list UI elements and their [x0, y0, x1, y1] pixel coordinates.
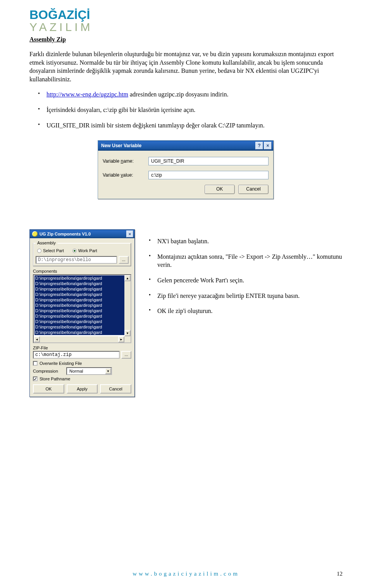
- ok-button[interactable]: OK: [205, 185, 235, 194]
- dialog-ug-zip-components: UG Zip Components V1.0 × Assembly Select…: [29, 229, 135, 397]
- radio-icon: [72, 249, 77, 253]
- bullet-create-zip: OK ile zip'i oluşturun.: [149, 307, 343, 315]
- titlebar: UG Zip Components V1.0 ×: [30, 230, 134, 238]
- bullet-zip-location: Zip file'i nereye yazacağını belirtip EN…: [149, 292, 343, 300]
- bullet-select-work-part: Gelen pencerede Work Part'ı seçin.: [149, 276, 343, 285]
- combo-compression[interactable]: Normal ▼: [66, 367, 112, 375]
- logo-line1: BOĞAZİÇİ: [29, 8, 343, 22]
- input-assembly-path[interactable]: [36, 256, 117, 264]
- checkbox-label: Store Pathname: [40, 377, 71, 381]
- radio-work-part[interactable]: Work Part: [72, 248, 97, 253]
- list-item[interactable]: D:\inprogress\bellona\gardirop\gard: [34, 286, 124, 292]
- list-item[interactable]: D:\inprogress\bellona\gardirop\gard: [34, 313, 124, 319]
- browse-zip-button[interactable]: ...: [121, 351, 131, 359]
- checkbox-icon: [33, 361, 38, 366]
- checkbox-icon: ✓: [33, 377, 38, 381]
- bullet-list-2: NX'i baştan başlatın. Montajınızı açtıkt…: [146, 237, 343, 315]
- list-item[interactable]: D:\inprogress\bellona\gardirop\gard: [34, 297, 124, 303]
- bullet-download: http://www.w-eng.de/ugzipc.htm adresinde…: [38, 90, 343, 99]
- titlebar: New User Variable ? ×: [98, 141, 273, 151]
- ok-button[interactable]: OK: [33, 384, 64, 394]
- scroll-left-icon[interactable]: ◄: [34, 336, 40, 342]
- dialog-body: Variable name: Variable value: OK Cancel: [98, 151, 273, 199]
- label-variable-value: Variable value:: [103, 172, 148, 178]
- listbox-components[interactable]: D:\inprogress\bellona\gardirop\gardD:\in…: [33, 274, 131, 343]
- close-button[interactable]: ×: [264, 142, 272, 150]
- list-item[interactable]: D:\inprogress\bellona\gardirop\gard: [34, 275, 124, 281]
- logo-line2: YAZILIM: [29, 21, 343, 34]
- scroll-up-icon[interactable]: ▲: [124, 275, 131, 281]
- label-compression: Compression: [33, 369, 63, 373]
- titlebar-title: UG Zip Components V1.0: [40, 232, 126, 236]
- cancel-button[interactable]: Cancel: [238, 185, 269, 194]
- label-zip-file: ZIP-File: [33, 346, 131, 350]
- logo: BOĞAZİÇİ YAZILIM: [29, 8, 343, 34]
- input-zip-file[interactable]: [33, 351, 120, 359]
- bullet-list-1: http://www.w-eng.de/ugzipc.htm adresinde…: [29, 90, 343, 129]
- radio-icon: [37, 249, 41, 253]
- scroll-right-icon[interactable]: ►: [118, 336, 124, 342]
- bullet-export-command: Montajınızı açtıktan sonra, "File -> Exp…: [149, 253, 343, 269]
- apply-button[interactable]: Apply: [67, 384, 98, 394]
- bullet-extract: İçerisindeki dosyaları, c:\zip gibi bir …: [38, 106, 343, 114]
- page-number: 12: [337, 571, 343, 577]
- dialog-new-user-variable: New User Variable ? × Variable name: Var…: [98, 140, 274, 199]
- list-item[interactable]: D:\inprogress\bellona\gardirop\gard: [34, 319, 124, 324]
- footer: www.bogaziciyazilim.com 12: [0, 570, 372, 577]
- chevron-down-icon: ▼: [105, 368, 111, 374]
- browse-button[interactable]: ...: [119, 256, 129, 264]
- titlebar-title: New User Variable: [101, 143, 255, 148]
- checkbox-label: Overwrite Existing File: [40, 361, 82, 366]
- radio-label: Select Part: [43, 248, 64, 253]
- heading-assembly-zip: Assembly Zip: [29, 36, 343, 43]
- scroll-down-icon[interactable]: ▼: [124, 330, 131, 336]
- footer-url: www.bogaziciyazilim.com: [133, 571, 239, 577]
- intro-paragraph: Farklı dizinlerde bulunan bileşenlerin o…: [29, 50, 343, 83]
- help-button[interactable]: ?: [255, 142, 263, 150]
- groupbox-assembly: Assembly Select Part Work Part .: [33, 241, 131, 266]
- checkbox-overwrite[interactable]: Overwrite Existing File: [33, 361, 131, 366]
- input-variable-value[interactable]: [148, 171, 269, 179]
- list-item[interactable]: D:\inprogress\bellona\gardirop\gard: [34, 324, 124, 330]
- list-item[interactable]: D:\inprogress\bellona\gardirop\gard: [34, 303, 124, 308]
- groupbox-legend: Assembly: [36, 241, 57, 245]
- checkbox-store-pathname[interactable]: ✓ Store Pathname: [33, 377, 131, 381]
- radio-select-part[interactable]: Select Part: [37, 248, 64, 253]
- close-button[interactable]: ×: [126, 230, 133, 237]
- list-item[interactable]: D:\inprogress\bellona\gardirop\gard: [34, 292, 124, 297]
- app-icon: [32, 231, 38, 237]
- label-components: Components: [33, 269, 131, 273]
- cancel-button[interactable]: Cancel: [100, 384, 131, 394]
- radio-label: Work Part: [78, 248, 97, 253]
- list-item[interactable]: D:\inprogress\bellona\gardirop\gard: [34, 308, 124, 313]
- bullet-env-var: UGII_SITE_DIR isimli bir sistem değişken…: [38, 121, 343, 130]
- list-item[interactable]: D:\inprogress\bellona\gardirop\gard: [34, 330, 124, 335]
- label-variable-name: Variable name:: [103, 158, 148, 164]
- horizontal-scrollbar[interactable]: ◄ ►: [34, 336, 124, 342]
- input-variable-name[interactable]: [148, 157, 269, 165]
- combo-value: Normal: [67, 369, 105, 373]
- bullet-restart-nx: NX'i baştan başlatın.: [149, 237, 343, 246]
- bullet-download-rest: adresinden ugzipc.zip dosyasını indirin.: [128, 91, 229, 98]
- vertical-scrollbar[interactable]: ▲ ▼: [124, 275, 131, 336]
- download-link[interactable]: http://www.w-eng.de/ugzipc.htm: [46, 91, 128, 98]
- list-item[interactable]: D:\inprogress\bellona\gardirop\gard: [34, 281, 124, 286]
